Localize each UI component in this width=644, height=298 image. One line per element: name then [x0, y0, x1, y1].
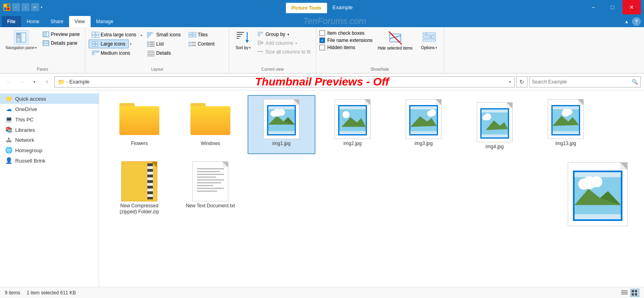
svg-rect-107 — [632, 293, 634, 296]
svg-rect-32 — [147, 44, 149, 45]
sort-by-button[interactable]: Sort by ▾ — [232, 29, 254, 52]
sort-by-arrow[interactable]: ▾ — [249, 46, 251, 50]
svg-point-80 — [278, 109, 285, 116]
file-item-img4[interactable]: img4.jpg — [461, 98, 529, 154]
nav-forward-button[interactable]: → — [16, 76, 27, 87]
svg-rect-59 — [258, 34, 260, 36]
img2-label: img2.jpg — [343, 141, 361, 147]
img4-file-icon — [477, 102, 513, 142]
small-icons-button[interactable]: Small icons — [144, 30, 184, 39]
preview-pane-button[interactable]: Preview pane — [41, 30, 82, 38]
svg-rect-25 — [147, 32, 149, 34]
qat-back-button[interactable]: ← — [12, 3, 20, 11]
status-item-count: 9 items — [5, 290, 20, 296]
svg-rect-41 — [189, 32, 192, 34]
address-dropdown-arrow[interactable]: ▾ — [509, 80, 511, 84]
nav-recent-button[interactable]: ▾ — [29, 76, 40, 87]
tab-view[interactable]: View — [69, 16, 91, 27]
svg-rect-28 — [149, 32, 151, 34]
nav-up-button[interactable]: ↑ — [42, 76, 53, 87]
svg-rect-53 — [237, 36, 241, 37]
search-input[interactable] — [532, 79, 630, 85]
ribbon-controls-right: ▲ ? — [624, 17, 644, 27]
extra-large-icons-label: Extra large icons — [101, 32, 136, 38]
maximize-button[interactable]: □ — [603, 0, 622, 14]
show-hide-checkboxes: Item check boxes ✓ File name extensions … — [319, 29, 373, 50]
address-path-bar[interactable]: 📁 › Example ▾ — [54, 76, 515, 87]
group-by-button[interactable]: Group by ▾ — [256, 30, 313, 38]
file-name-extensions-checkbox[interactable]: ✓ — [319, 38, 325, 43]
large-icons-button[interactable]: Large icons — [89, 40, 129, 48]
details-button[interactable]: Details — [144, 49, 184, 58]
qat-up-button[interactable]: ↑ — [22, 3, 30, 11]
file-item-img1[interactable]: img1.jpg — [248, 95, 315, 154]
img13-icon-container — [542, 99, 590, 139]
file-item-zip[interactable]: New Compressed (zipped) Folder.zip — [105, 157, 173, 231]
svg-rect-9 — [43, 32, 46, 37]
file-item-large-image[interactable] — [558, 157, 638, 231]
tab-home[interactable]: Home — [21, 16, 45, 27]
navigation-pane-button[interactable]: Navigation pane ▾ — [3, 29, 39, 52]
nav-back-button[interactable]: ← — [3, 76, 14, 87]
svg-rect-106 — [635, 290, 637, 292]
tab-share[interactable]: Share — [45, 16, 69, 27]
file-item-img2[interactable]: img2.jpg — [319, 95, 386, 154]
item-check-boxes-row[interactable]: Item check boxes — [319, 30, 373, 36]
layout-row-3: Medium icons — [89, 49, 143, 58]
file-item-img13[interactable]: img13.jpg — [532, 95, 600, 154]
title-bar-title: Picture Tools Example — [286, 1, 359, 13]
details-pane-button[interactable]: Details pane — [41, 39, 82, 47]
qat-dropdown[interactable]: ▾ — [41, 6, 42, 9]
content-button[interactable]: Content — [186, 40, 226, 48]
txt-icon-container — [186, 161, 234, 201]
this-pc-icon: 💻 — [5, 116, 13, 123]
layout-scroll-up[interactable]: ▲ — [140, 30, 143, 39]
search-icon[interactable]: 🔍 — [632, 79, 638, 85]
extra-large-icons-button[interactable]: Extra large icons — [89, 30, 139, 39]
zip-icon-container — [115, 161, 163, 201]
item-check-boxes-checkbox[interactable] — [319, 30, 325, 36]
sidebar-item-network-label: Network — [15, 137, 34, 143]
svg-rect-10 — [46, 32, 49, 37]
svg-rect-19 — [92, 44, 95, 46]
search-box[interactable]: 🔍 — [529, 76, 641, 87]
sidebar-item-quick-access[interactable]: ⭐ Quick access — [0, 93, 99, 104]
file-item-flowers[interactable]: Flowers — [105, 95, 173, 154]
refresh-button[interactable]: ↻ — [516, 76, 527, 87]
size-all-columns-button[interactable]: Size all columns to fit — [256, 48, 313, 56]
zip-zipper — [147, 163, 153, 199]
file-item-img3[interactable]: img3.jpg — [390, 95, 458, 154]
svg-rect-6 — [17, 34, 20, 35]
nav-pane-dropdown-arrow[interactable]: ▾ — [35, 46, 37, 50]
close-button[interactable]: ✕ — [622, 0, 641, 14]
sidebar-item-this-pc[interactable]: 💻 This PC — [0, 114, 99, 125]
add-columns-button[interactable]: Add columns ▾ — [256, 39, 313, 47]
options-button[interactable]: Options ▾ — [418, 29, 440, 52]
file-item-txt[interactable]: New Text Document.txt — [176, 157, 244, 231]
hidden-items-row[interactable]: Hidden items — [319, 45, 373, 50]
tab-file[interactable]: File — [2, 16, 21, 27]
file-item-windows[interactable]: Windows — [176, 95, 244, 154]
sidebar-item-russell-brink[interactable]: 👤 Russell Brink — [0, 155, 99, 166]
sidebar-item-network[interactable]: 🖧 Network — [0, 135, 99, 145]
tiles-button[interactable]: Tiles — [186, 30, 226, 39]
sidebar-item-onedrive[interactable]: ☁ OneDrive — [0, 104, 99, 114]
details-view-button[interactable] — [620, 289, 629, 297]
hide-selected-items-button[interactable]: Hide selected items — [374, 29, 416, 52]
svg-rect-29 — [149, 34, 151, 36]
help-button[interactable]: ? — [632, 17, 641, 26]
ribbon-collapse-button[interactable]: ▲ — [624, 19, 629, 24]
large-icons-view-button[interactable] — [630, 289, 639, 297]
svg-rect-51 — [237, 32, 244, 33]
layout-scroll-down[interactable]: ▼ — [129, 40, 132, 48]
sidebar-item-homegroup[interactable]: 🌐 Homegroup — [0, 145, 99, 155]
sidebar-item-libraries[interactable]: 📚 Libraries — [0, 125, 99, 135]
minimize-button[interactable]: − — [584, 0, 602, 14]
tab-manage[interactable]: Manage — [91, 16, 119, 27]
list-label: List — [156, 41, 164, 47]
hidden-items-checkbox[interactable] — [319, 45, 325, 50]
qat-undo-button[interactable]: ↩ — [31, 3, 39, 11]
medium-icons-button[interactable]: Medium icons — [89, 49, 133, 58]
file-name-extensions-row[interactable]: ✓ File name extensions — [319, 38, 373, 43]
list-button[interactable]: List — [144, 40, 184, 48]
